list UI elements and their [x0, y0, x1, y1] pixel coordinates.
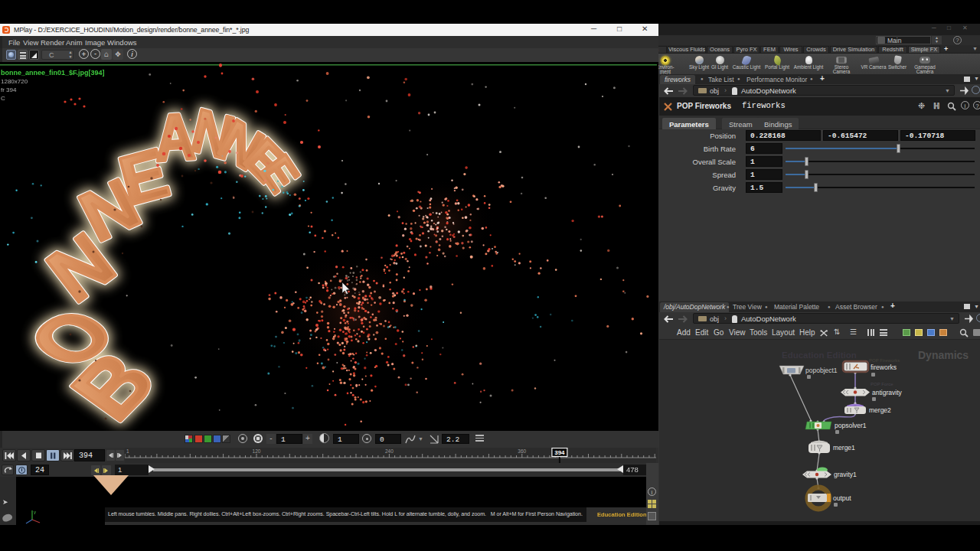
svg-text:merge1: merge1 [833, 444, 855, 452]
svg-text:gravity1: gravity1 [834, 471, 857, 478]
svg-text:merge2: merge2 [869, 406, 891, 414]
svg-text:popsolver1: popsolver1 [835, 422, 867, 429]
svg-text:Dynamics: Dynamics [918, 349, 969, 361]
svg-text:POP Force: POP Force [871, 382, 893, 386]
svg-text:Education Edition: Education Edition [782, 350, 857, 360]
svg-text:A: A [153, 99, 197, 175]
svg-text:240: 240 [385, 448, 394, 454]
svg-text:fireworks: fireworks [871, 364, 897, 371]
svg-text:popobject1: popobject1 [805, 367, 838, 374]
svg-text:394: 394 [554, 449, 565, 456]
svg-text:y: y [34, 510, 36, 514]
svg-text:1: 1 [126, 448, 129, 454]
svg-text:antigravity: antigravity [872, 389, 902, 396]
svg-text:output: output [833, 494, 851, 502]
svg-text:POP Fireworks: POP Fireworks [869, 358, 900, 363]
svg-text:360: 360 [518, 448, 526, 454]
svg-text:120: 120 [253, 448, 261, 454]
